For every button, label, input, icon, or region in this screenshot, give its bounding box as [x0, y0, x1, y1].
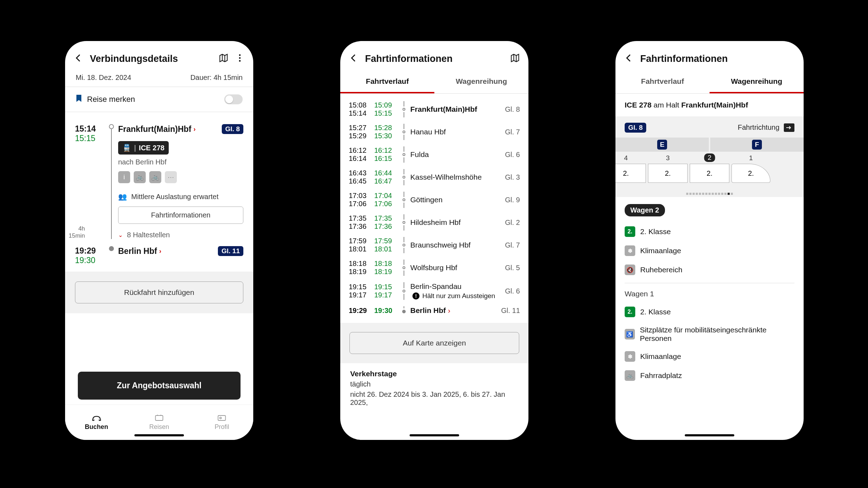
- chevron-down-icon: ⌄: [118, 232, 123, 238]
- stop-row[interactable]: 16:1216:1416:1216:15FuldaGl. 6: [349, 143, 520, 166]
- direction-label: Fahrtrichtung: [738, 123, 780, 131]
- chevron-right-icon: ›: [159, 248, 161, 255]
- quiet-icon: 🔇: [625, 265, 635, 275]
- save-trip-toggle[interactable]: [224, 94, 243, 104]
- coach-class: 2.: [707, 169, 713, 178]
- stop-sched: 18:1818:19: [349, 260, 372, 276]
- coach-box[interactable]: 32.: [648, 164, 688, 183]
- duration: Dauer: 4h 15min: [190, 74, 243, 82]
- amenity-icons: i 🚲 🚲 ⋯: [118, 171, 243, 183]
- dep-station[interactable]: Frankfurt(Main)Hbf ›: [118, 124, 196, 134]
- stop-real: 15:0915:15: [374, 101, 398, 117]
- back-icon[interactable]: [74, 53, 83, 64]
- map-icon[interactable]: [219, 53, 228, 64]
- stop-row[interactable]: 15:2715:2915:2815:30Hanau HbfGl. 7: [349, 121, 520, 143]
- coach-box[interactable]: 12.: [731, 164, 770, 183]
- nav-profil[interactable]: Profil: [191, 405, 253, 440]
- stop-row[interactable]: 16:4316:4516:4416:47Kassel-WilhelmshöheG…: [349, 166, 520, 188]
- save-trip-label: Reise merken: [87, 95, 135, 104]
- coach-box[interactable]: 22.: [690, 164, 729, 183]
- wagon1-mobility: ♿ Sitzplätze für mobilitätseingeschränkt…: [625, 321, 794, 347]
- svg-point-0: [239, 54, 241, 56]
- page-title: Fahrtinformationen: [640, 53, 795, 64]
- tab-fahrtverlauf[interactable]: Fahrtverlauf: [615, 71, 710, 93]
- stop-row[interactable]: 17:0317:0617:0417:06GöttingenGl. 9: [349, 188, 520, 211]
- dep-sched: 15:14: [75, 124, 105, 134]
- back-icon[interactable]: [349, 53, 359, 64]
- stop-platform: Gl. 8: [497, 105, 520, 114]
- stop-name: Braunschweig Hbf: [410, 241, 495, 249]
- platform-badge: Gl. 8: [625, 123, 646, 133]
- stop-list: 15:0815:1415:0915:15Frankfurt(Main)HbfGl…: [340, 94, 528, 318]
- stop-sched: 17:0317:06: [349, 192, 372, 208]
- coach-box[interactable]: 42.: [615, 164, 646, 183]
- stop-real: 16:4416:47: [374, 169, 398, 185]
- more-icon[interactable]: [235, 53, 245, 64]
- wagon-2-chip: Wagen 2: [625, 204, 665, 216]
- offers-cta-button[interactable]: Zur Angebotsauswahl: [78, 372, 241, 400]
- wagon1-class: 2. 2. Klasse: [625, 302, 794, 321]
- stop-row-final[interactable]: 19:2919:30Berlin Hbf ›Gl. 11: [349, 303, 520, 318]
- pager-dots: [686, 193, 733, 195]
- stop-row[interactable]: 17:3517:3617:3517:36Hildesheim HbfGl. 2: [349, 211, 520, 234]
- header: Fahrtinformationen: [615, 41, 804, 71]
- bookmark-icon: [76, 94, 82, 105]
- service-days: Verkehrstage täglich nicht 26. Dez 2024 …: [340, 363, 528, 413]
- header: Fahrtinformationen: [340, 41, 528, 71]
- arr-station[interactable]: Berlin Hbf ›: [118, 246, 161, 256]
- stop-row[interactable]: 18:1818:1918:1818:19Wolfsburg HbfGl. 5: [349, 256, 520, 279]
- coach-strip[interactable]: Gl. 8 Fahrtrichtung E F 42.32.22.12.: [615, 116, 804, 197]
- stop-platform: Gl. 5: [497, 264, 520, 272]
- stop-row[interactable]: 19:1519:1719:1519:17Berlin-Spandau!Hält …: [349, 279, 520, 303]
- bike-icon[interactable]: 🚲: [134, 171, 146, 183]
- date: Mi. 18. Dez. 2024: [76, 74, 131, 82]
- people-icon: 👥: [118, 192, 127, 201]
- coach-number: 1: [749, 154, 753, 162]
- train-badge: 🚆 | ICE 278: [118, 141, 169, 155]
- map-icon[interactable]: [510, 53, 520, 64]
- stop-name: Berlin Hbf ›: [410, 306, 495, 315]
- stop-real: 17:5918:01: [374, 237, 398, 253]
- stop-platform: Gl. 6: [497, 287, 520, 295]
- stop-platform: Gl. 2: [497, 219, 520, 227]
- chevron-right-icon: ›: [193, 126, 196, 133]
- show-on-map-button[interactable]: Auf Karte anzeigen: [349, 332, 519, 354]
- tab-wagenreihung[interactable]: Wagenreihung: [710, 71, 804, 93]
- stop-sched: 19:29: [349, 307, 372, 315]
- service-days-daily: täglich: [350, 380, 519, 388]
- add-return-button[interactable]: Rückfahrt hinzufügen: [75, 281, 243, 303]
- stop-row[interactable]: 15:0815:1415:0915:15Frankfurt(Main)HbfGl…: [349, 98, 520, 121]
- coach-class: 2.: [748, 169, 754, 178]
- stops-toggle[interactable]: ⌄ 8 Haltestellen: [118, 231, 243, 239]
- header: Verbindungsdetails: [65, 41, 253, 71]
- journey-info-button[interactable]: Fahrtinformationen: [118, 207, 243, 224]
- stop-row[interactable]: 17:5918:0117:5918:01Braunschweig HbfGl. …: [349, 234, 520, 256]
- map-button-area: Auf Karte anzeigen: [340, 323, 528, 363]
- coach-class: 2.: [623, 169, 629, 178]
- stop-real: 19:30: [374, 307, 398, 315]
- stop-real: 18:1818:19: [374, 260, 398, 276]
- wagon2-ac: ❄ Klimaanlage: [625, 241, 794, 260]
- tab-fahrtverlauf[interactable]: Fahrtverlauf: [340, 71, 434, 93]
- direction-icon: [784, 123, 794, 132]
- nav-buchen[interactable]: Buchen: [65, 405, 128, 440]
- sector-e: E: [615, 138, 709, 152]
- bike2-icon[interactable]: 🚲: [149, 171, 161, 183]
- stop-sched: 19:1519:17: [349, 283, 372, 299]
- svg-point-5: [220, 417, 221, 419]
- class-2-icon: 2.: [625, 226, 635, 237]
- more-amenities-icon[interactable]: ⋯: [165, 171, 177, 183]
- back-icon[interactable]: [624, 53, 634, 64]
- tab-wagenreihung[interactable]: Wagenreihung: [434, 71, 528, 93]
- wagon2-class: 2. 2. Klasse: [625, 222, 794, 241]
- stop-real: 17:0417:06: [374, 192, 398, 208]
- stop-name: Göttingen: [410, 196, 495, 204]
- wagon1-bike: 🚲 Fahrradplatz: [625, 366, 794, 385]
- stop-platform: Gl. 3: [497, 173, 520, 181]
- meta-row: Mi. 18. Dez. 2024 Dauer: 4h 15min: [65, 71, 253, 87]
- stop-sched: 17:3517:36: [349, 214, 372, 231]
- coach-number: 2: [704, 153, 715, 162]
- info-icon[interactable]: i: [118, 171, 130, 183]
- class-2-icon: 2.: [625, 307, 635, 317]
- coach-row: 42.32.22.12.: [615, 164, 804, 183]
